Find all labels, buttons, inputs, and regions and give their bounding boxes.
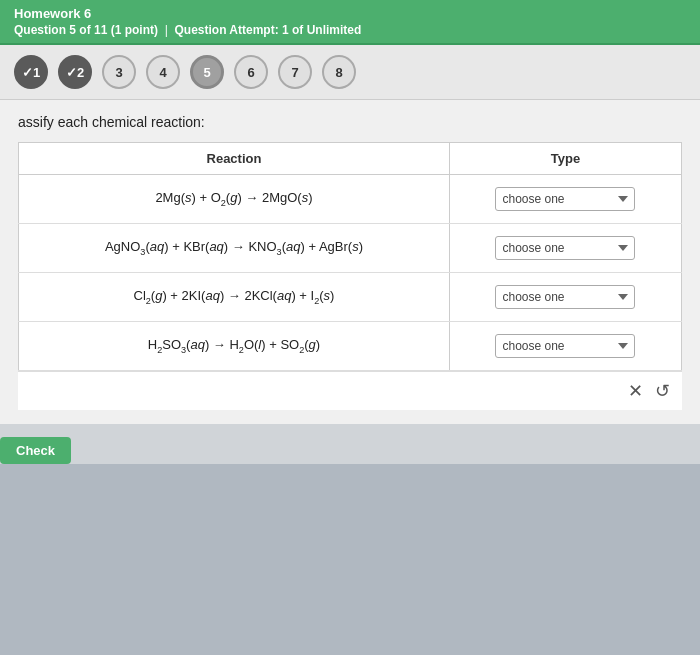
table-row: H2SO3(aq) → H2O(l) + SO2(g) choose one C… (19, 322, 682, 371)
type-select-3[interactable]: choose one Combination Decomposition Sin… (495, 285, 635, 309)
type-cell-1: choose one Combination Decomposition Sin… (449, 175, 681, 224)
nav-item-1[interactable]: ✓1 (14, 55, 48, 89)
content-area: assify each chemical reaction: Reaction … (0, 100, 700, 424)
action-row: ✕ ↺ (18, 371, 682, 410)
reaction-3: Cl2(g) + 2KI(aq) → 2KCl(aq) + I2(s) (19, 273, 450, 322)
type-select-2[interactable]: choose one Combination Decomposition Sin… (495, 236, 635, 260)
nav-item-2[interactable]: ✓2 (58, 55, 92, 89)
table-row: Cl2(g) + 2KI(aq) → 2KCl(aq) + I2(s) choo… (19, 273, 682, 322)
clear-icon[interactable]: ✕ (628, 380, 643, 402)
nav-item-4[interactable]: 4 (146, 55, 180, 89)
nav-item-8[interactable]: 8 (322, 55, 356, 89)
type-select-4[interactable]: choose one Combination Decomposition Sin… (495, 334, 635, 358)
reaction-table: Reaction Type 2Mg(s) + O2(g) → 2MgO(s) c… (18, 142, 682, 371)
type-cell-2: choose one Combination Decomposition Sin… (449, 224, 681, 273)
nav-item-7[interactable]: 7 (278, 55, 312, 89)
col-header-type: Type (449, 143, 681, 175)
question-meta: Question 5 of 11 (1 point) | Question At… (14, 23, 686, 37)
type-cell-4: choose one Combination Decomposition Sin… (449, 322, 681, 371)
table-row: AgNO3(aq) + KBr(aq) → KNO3(aq) + AgBr(s)… (19, 224, 682, 273)
nav-item-6[interactable]: 6 (234, 55, 268, 89)
top-bar: Homework 6 Question 5 of 11 (1 point) | … (0, 0, 700, 45)
nav-item-3[interactable]: 3 (102, 55, 136, 89)
classify-label: assify each chemical reaction: (18, 114, 682, 130)
check-button[interactable]: Check (0, 437, 71, 464)
table-row: 2Mg(s) + O2(g) → 2MgO(s) choose one Comb… (19, 175, 682, 224)
col-header-reaction: Reaction (19, 143, 450, 175)
undo-icon[interactable]: ↺ (655, 380, 670, 402)
bottom-area: Check (0, 424, 700, 464)
type-cell-3: choose one Combination Decomposition Sin… (449, 273, 681, 322)
reaction-4: H2SO3(aq) → H2O(l) + SO2(g) (19, 322, 450, 371)
reaction-1: 2Mg(s) + O2(g) → 2MgO(s) (19, 175, 450, 224)
type-select-1[interactable]: choose one Combination Decomposition Sin… (495, 187, 635, 211)
hw-title: Homework 6 (14, 6, 686, 21)
nav-bar: ✓1 ✓2 3 4 5 6 7 8 (0, 45, 700, 100)
reaction-2: AgNO3(aq) + KBr(aq) → KNO3(aq) + AgBr(s) (19, 224, 450, 273)
nav-item-5[interactable]: 5 (190, 55, 224, 89)
